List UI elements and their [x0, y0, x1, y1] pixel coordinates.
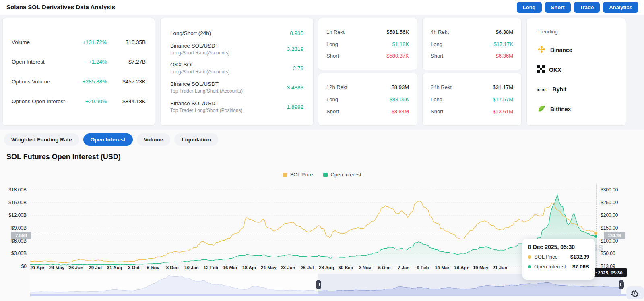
right-axis-tick: $250.00 [601, 199, 629, 206]
crosshair-horizontal-line [31, 235, 603, 235]
left-axis-tick: $3.00B [0, 250, 27, 257]
ratio-sublabel: Long/Short Ratio(Accounts) [170, 69, 293, 75]
price-series-end-dot [594, 232, 597, 235]
rekt-long-value: $17.17K [494, 41, 513, 47]
navigator-unselected-region[interactable] [30, 274, 318, 294]
rekt-long-value: $17.57M [493, 96, 513, 102]
tab-volume[interactable]: Volume [137, 133, 171, 146]
ratio-value: 1.8992 [287, 104, 303, 110]
rekt-title: 1h Rekt [326, 29, 345, 35]
navigator-track[interactable] [30, 294, 628, 296]
stat-change: +20.90% [70, 98, 107, 104]
navigator-left-handle[interactable] [316, 280, 321, 289]
rekt-card-12h: 12h Rekt$8.93M Long$83.05K Short$8.84M [318, 73, 417, 126]
stat-change: +131.72% [70, 39, 107, 45]
alarm-gear-icon[interactable] [631, 290, 639, 299]
ratio-value: 0.935 [290, 30, 303, 36]
crosshair-right-value-badge: 133.38 [604, 232, 625, 239]
rekt-short-label: Short [431, 53, 443, 59]
stat-row-open-interest: Open Interest +1.24% $7.27B [12, 59, 146, 65]
rekt-short-value: $13.61M [493, 108, 513, 114]
trending-item-bybit[interactable]: BYBIT Bybit [537, 85, 615, 94]
tooltip-series-value: $7.06B [572, 264, 589, 270]
rekt-long-label: Long [326, 41, 338, 47]
ratio-label: Binance SOL/USDT [170, 100, 287, 106]
binance-icon [537, 45, 546, 55]
chart-title: SOL Futures Open Interest (USD) [6, 153, 121, 161]
rekt-short-label: Short [326, 108, 339, 114]
right-axis-tick: $300.00 [601, 187, 629, 193]
short-button[interactable]: Short [545, 2, 571, 13]
ratio-label: Long/Short (24h) [170, 30, 290, 36]
crosshair-left-value-badge: 7.55B [11, 232, 31, 239]
series-dot-icon [528, 255, 531, 259]
trade-button[interactable]: Trade [574, 2, 600, 13]
rekt-short-value: $580.37K [386, 53, 409, 59]
legend-swatch [323, 173, 328, 177]
main-chart-plot[interactable] [30, 181, 596, 267]
left-axis-tick: $0 [0, 263, 27, 270]
stat-label: Options Open Interest [12, 98, 70, 104]
left-axis-tick: $12.00B [0, 212, 27, 218]
trending-card: Trending Binance [526, 18, 626, 126]
tooltip-row-sol-price: SOL Price $132.39 [528, 254, 589, 260]
stat-row-volume: Volume +131.72% $16.35B [12, 39, 146, 45]
rekt-title: 12h Rekt [326, 84, 347, 90]
rekt-title: 24h Rekt [431, 84, 452, 90]
ratio-label: Binance SOL/USDT [170, 43, 287, 49]
stat-change: +285.88% [70, 79, 107, 85]
navigator-right-handle[interactable] [619, 280, 624, 289]
long-short-ratio-card: Long/Short (24h) 0.935 Binance SOL/USDT … [160, 18, 314, 126]
trending-name: OKX [549, 66, 561, 73]
legend-item-sol-price[interactable]: SOL Price [283, 172, 313, 178]
rekt-card-4h: 4h Rekt$6.38M Long$17.17K Short$6.36M [422, 18, 522, 70]
legend-label: Open Interest [330, 172, 361, 178]
bybit-icon: BYBIT [537, 88, 548, 91]
long-button[interactable]: Long [517, 2, 542, 13]
stat-change: +1.24% [70, 59, 107, 65]
ratio-row: Binance SOL/USDT Long/Short Ratio(Accoun… [170, 43, 303, 56]
trending-title: Trending [537, 29, 615, 35]
right-axis-tick: $150.00 [601, 225, 629, 231]
rekt-long-value: $83.05K [390, 96, 409, 102]
tooltip-series-name: SOL Price [534, 254, 558, 260]
tooltip-series-name: Open Interest [534, 264, 566, 270]
rekt-total: $8.93M [392, 84, 409, 90]
stat-row-options-open-interest: Options Open Interest +20.90% $844.18K [12, 98, 146, 104]
rekt-card-24h: 24h Rekt$31.17M Long$17.57M Short$13.61M [422, 73, 522, 126]
okx-icon [537, 65, 545, 74]
stat-value: $7.27B [116, 59, 146, 65]
tab-weighted-funding-rate[interactable]: Weighted Funding Rate [4, 133, 79, 146]
stat-value: $16.35B [116, 39, 146, 45]
page-title: Solana SOL Derivatives Data Analysis [6, 4, 115, 10]
ratio-sublabel: Long/Short Ratio(Accounts) [170, 50, 287, 56]
ratio-row: Binance SOL/USDT Top Trader Long/Short (… [170, 100, 303, 113]
analytics-button[interactable]: Analytics [603, 2, 638, 13]
trending-name: Bybit [553, 86, 567, 93]
series-dot-icon [528, 265, 531, 268]
chart-tabs: Weighted Funding Rate Open Interest Volu… [4, 133, 218, 146]
bitfinex-icon [537, 104, 546, 114]
chart-legend: SOL Price Open Interest [0, 172, 644, 178]
legend-swatch [283, 173, 287, 177]
legend-item-open-interest[interactable]: Open Interest [323, 172, 361, 178]
tab-liquidation[interactable]: Liquidation [174, 133, 218, 146]
rekt-long-label: Long [326, 96, 338, 102]
trending-item-okx[interactable]: OKX [537, 65, 615, 74]
ratio-value: 2.79 [293, 65, 303, 71]
rekt-short-label: Short [326, 53, 339, 59]
ratio-label: Binance SOL/USDT [170, 81, 287, 87]
stat-label: Options Volume [12, 79, 70, 85]
ratio-sublabel: Top Trader Long/Short (Positions) [170, 108, 287, 113]
stat-row-options-volume: Options Volume +285.88% $457.23K [12, 79, 146, 85]
trending-item-binance[interactable]: Binance [537, 46, 615, 54]
rekt-card-1h: 1h Rekt$581.56K Long$1.18K Short$580.37K [318, 18, 417, 70]
ratio-row: OKX SOL Long/Short Ratio(Accounts) 2.79 [170, 62, 303, 75]
trending-item-bitfinex[interactable]: Bitfinex [537, 105, 615, 114]
tab-open-interest[interactable]: Open Interest [83, 133, 133, 146]
tooltip-title: 8 Dec 2025, 05:30 [528, 244, 589, 250]
stat-label: Volume [12, 39, 70, 45]
header: Solana SOL Derivatives Data Analysis Lon… [0, 0, 644, 15]
rekt-total: $6.38M [496, 29, 513, 35]
left-axis-tick: $15.00B [0, 199, 27, 206]
